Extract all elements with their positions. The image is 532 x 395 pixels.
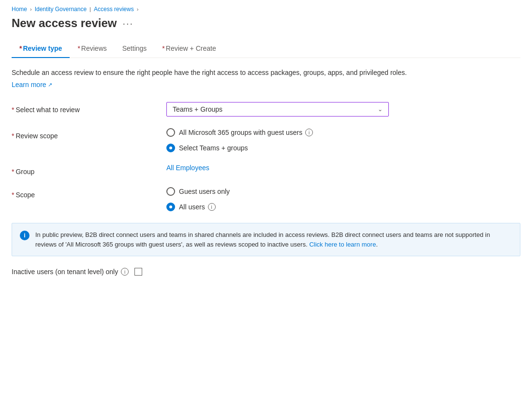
inactive-users-section: Inactive users (on tenant level) only i: [12, 268, 520, 276]
tab-settings[interactable]: Settings: [115, 40, 155, 58]
tab-review-type-required: *: [19, 44, 22, 52]
inactive-users-checkbox[interactable]: [134, 268, 142, 276]
scope-all-users-info-icon[interactable]: i: [208, 203, 216, 211]
scope-label: * Scope: [12, 187, 166, 199]
scope-guest-only-label: Guest users only: [179, 188, 230, 195]
more-options-button[interactable]: ···: [123, 18, 134, 29]
scope-all-users-option[interactable]: All users i: [166, 203, 520, 211]
review-scope-section: * Review scope All Microsoft 365 groups …: [12, 128, 520, 152]
page-title-row: New access review ···: [12, 16, 520, 30]
scope-all-m365-info-icon[interactable]: i: [305, 129, 313, 136]
breadcrumb-access-reviews[interactable]: Access reviews: [94, 6, 134, 13]
scope-select-teams-option[interactable]: Select Teams + groups: [166, 144, 520, 152]
tab-reviews-required: *: [77, 44, 80, 52]
group-required: *: [12, 168, 14, 176]
external-link-icon: ↗: [48, 82, 52, 88]
group-label: * Group: [12, 164, 166, 176]
review-scope-required: *: [12, 132, 14, 140]
scope-guest-only-option[interactable]: Guest users only: [166, 187, 520, 196]
inactive-users-label: Inactive users (on tenant level) only i: [12, 268, 129, 276]
review-scope-label: * Review scope: [12, 128, 166, 140]
scope-select-teams-label: Select Teams + groups: [179, 144, 248, 152]
tab-review-type[interactable]: *Review type: [12, 40, 70, 58]
group-section: * Group All Employees: [12, 164, 520, 176]
select-what-required: *: [12, 106, 14, 114]
breadcrumb-sep1: ›: [30, 6, 32, 12]
description-text: Schedule an access review to ensure the …: [12, 68, 520, 78]
scope-control: Guest users only All users i: [166, 187, 520, 211]
info-banner: i In public preview, B2B direct connect …: [12, 223, 520, 256]
scope-select-teams-radio[interactable]: [166, 144, 175, 152]
scope-radio-group: Guest users only All users i: [166, 187, 520, 211]
inactive-users-info-icon[interactable]: i: [121, 268, 129, 276]
scope-all-users-radio[interactable]: [166, 203, 175, 211]
select-what-value: Teams + Groups: [173, 105, 222, 113]
scope-required: *: [12, 191, 14, 199]
review-scope-control: All Microsoft 365 groups with guest user…: [166, 128, 520, 152]
breadcrumb-identity-governance[interactable]: Identity Governance: [35, 6, 87, 13]
tabs: *Review type *Reviews Settings *Review +…: [12, 40, 520, 58]
breadcrumb-sep3: ›: [137, 6, 139, 12]
scope-all-users-label: All users i: [179, 203, 216, 211]
tab-reviews[interactable]: *Reviews: [70, 40, 114, 58]
learn-more-link[interactable]: Learn more↗: [12, 81, 52, 88]
scope-all-m365-label: All Microsoft 365 groups with guest user…: [179, 129, 313, 136]
page-title: New access review: [12, 16, 117, 30]
scope-section: * Scope Guest users only All users i: [12, 187, 520, 211]
info-banner-link[interactable]: Click here to learn more: [309, 241, 376, 248]
scope-all-m365-option[interactable]: All Microsoft 365 groups with guest user…: [166, 128, 520, 137]
info-banner-text: In public preview, B2B direct connect us…: [35, 230, 512, 249]
breadcrumb: Home › Identity Governance | Access revi…: [12, 0, 520, 16]
select-what-control: Teams + Groups ⌄: [166, 102, 520, 117]
info-banner-icon: i: [20, 231, 30, 240]
chevron-down-icon: ⌄: [378, 106, 383, 113]
select-what-label: * Select what to review: [12, 102, 166, 114]
tab-review-create[interactable]: *Review + Create: [154, 40, 223, 58]
select-what-dropdown[interactable]: Teams + Groups ⌄: [166, 102, 389, 117]
select-what-section: * Select what to review Teams + Groups ⌄: [12, 102, 520, 117]
tab-review-create-required: *: [162, 44, 164, 52]
scope-guest-only-radio[interactable]: [166, 187, 175, 196]
group-control: All Employees: [166, 164, 520, 172]
scope-all-m365-radio[interactable]: [166, 128, 175, 137]
group-value-link[interactable]: All Employees: [166, 164, 209, 172]
breadcrumb-sep2: |: [89, 6, 91, 12]
breadcrumb-home[interactable]: Home: [12, 6, 27, 13]
review-scope-radio-group: All Microsoft 365 groups with guest user…: [166, 128, 520, 152]
